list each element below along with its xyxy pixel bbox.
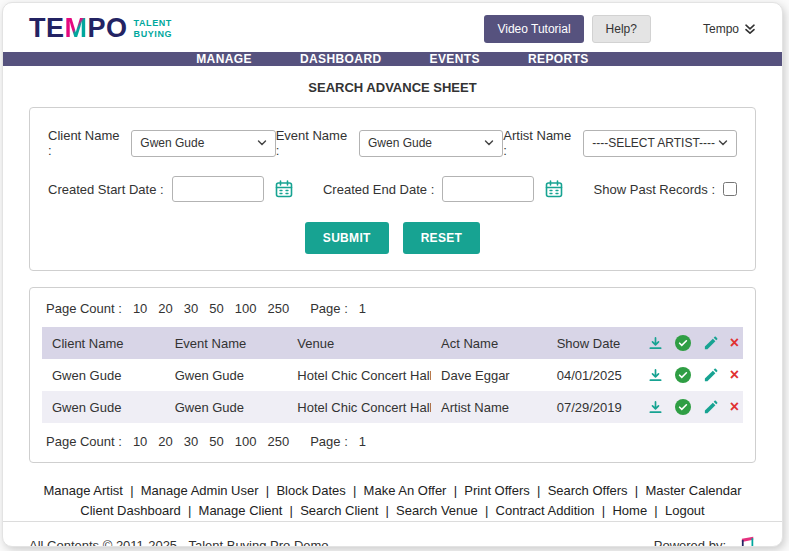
show-past-records-label: Show Past Records : [594,182,715,197]
link-contract-addition[interactable]: Contract Addition [496,503,613,518]
edit-pencil-icon[interactable] [703,400,718,415]
submit-button[interactable]: SUBMIT [305,222,389,254]
cell-venue: Hotel Chic Concert Hall [287,359,431,391]
link-manage-admin-user[interactable]: Manage Admin User [141,483,277,498]
bottom-bar: All Contents © 2011-2025 - Talent Buying… [3,521,782,547]
client-name-label: Client Name : [48,128,123,158]
page-count-option-30[interactable]: 30 [184,301,198,316]
cell-client-name: Gwen Gude [42,391,165,423]
artist-name-select[interactable]: ----SELECT ARTIST---- [583,130,737,157]
app-window: TEMPO TALENT BUYING Video Tutorial Help?… [2,2,783,547]
cell-act-name: Artist Name [431,391,547,423]
cell-event-name: Gwen Gude [165,359,288,391]
artist-name-label: Artist Name : [503,128,575,158]
link-make-an-offer[interactable]: Make An Offer [364,483,465,498]
link-print-offers[interactable]: Print Offers [464,483,547,498]
link-logout[interactable]: Logout [665,503,705,518]
nav-item-dashboard[interactable]: DASHBOARD [300,52,382,66]
page-count-option-250[interactable]: 250 [267,301,289,316]
help-button[interactable]: Help? [592,15,651,43]
table-row: Gwen Gude Gwen Gude Hotel Chic Concert H… [42,359,743,391]
powered-by-label: Powered by: [654,538,726,547]
tempo-logo[interactable]: TEMPO TALENT BUYING [29,13,172,44]
event-name-select[interactable]: Gwen Gude [359,130,503,157]
delete-x-icon: × [730,335,739,351]
current-page[interactable]: 1 [359,301,366,316]
logo-text: TEMPO [29,13,128,44]
table-header-row: Client Name Event Name Venue Act Name Sh… [42,327,743,359]
col-venue: Venue [287,327,431,359]
edit-pencil-icon [703,336,718,351]
chevron-down-icon [484,138,494,148]
cell-client-name: Gwen Gude [42,359,165,391]
cell-venue: Hotel Chic Concert Hall [287,391,431,423]
client-name-select[interactable]: Gwen Gude [131,130,275,157]
footer-links: Manage ArtistManage Admin UserBlock Date… [3,481,782,521]
cell-event-name: Gwen Gude [165,391,288,423]
edit-pencil-icon[interactable] [703,368,718,383]
download-icon [648,336,663,351]
logo-tagline: TALENT BUYING [134,18,173,39]
show-past-records-checkbox[interactable] [723,182,737,196]
page-label: Page : [310,301,348,316]
nav-item-events[interactable]: EVENTS [430,52,480,66]
video-tutorial-button[interactable]: Video Tutorial [484,15,583,43]
created-start-date-label: Created Start Date : [48,182,164,197]
account-label: Tempo [703,22,739,36]
cell-act-name: Dave Eggar [431,359,547,391]
chevron-down-icon [718,138,728,148]
link-manage-client[interactable]: Manage Client [199,503,301,518]
link-search-client[interactable]: Search Client [300,503,396,518]
link-client-dashboard[interactable]: Client Dashboard [80,503,198,518]
col-event-name: Event Name [165,327,288,359]
status-circle-icon[interactable] [675,367,691,383]
col-show-date: Show Date [547,327,638,359]
chevron-down-icon [257,138,267,148]
search-form: Client Name : Gwen Gude Event Name : Gwe… [29,107,756,271]
page-count-label: Page Count : [46,434,122,449]
cell-show-date: 04/01/2025 [547,359,638,391]
nav-item-reports[interactable]: REPORTS [528,52,589,66]
link-search-venue[interactable]: Search Venue [396,503,496,518]
page-count-option-100[interactable]: 100 [235,301,257,316]
page-count-option-10[interactable]: 10 [133,301,147,316]
page-count-option-20[interactable]: 20 [158,301,172,316]
page-count-option-30[interactable]: 30 [184,434,198,449]
reset-button[interactable]: RESET [403,222,481,254]
current-page[interactable]: 1 [359,434,366,449]
page-count-option-50[interactable]: 50 [209,301,223,316]
delete-x-icon[interactable]: × [730,399,739,415]
link-search-offers[interactable]: Search Offers [548,483,646,498]
page-count-option-50[interactable]: 50 [209,434,223,449]
link-master-calendar[interactable]: Master Calendar [645,483,741,498]
page-count-option-20[interactable]: 20 [158,434,172,449]
delete-x-icon[interactable]: × [730,367,739,383]
link-home[interactable]: Home [612,503,665,518]
link-block-dates[interactable]: Block Dates [276,483,363,498]
created-end-date-input[interactable] [442,176,534,202]
cell-show-date: 07/29/2019 [547,391,638,423]
music-note-logo-icon [734,534,756,547]
calendar-icon[interactable] [274,179,294,199]
page-count-label: Page Count : [46,301,122,316]
account-menu[interactable]: Tempo [703,22,756,36]
download-icon[interactable] [648,368,663,383]
header: TEMPO TALENT BUYING Video Tutorial Help?… [3,3,782,52]
nav-item-manage[interactable]: MANAGE [196,52,252,66]
page-count-option-100[interactable]: 100 [235,434,257,449]
download-icon[interactable] [648,400,663,415]
created-start-date-input[interactable] [172,176,264,202]
page-label: Page : [310,434,348,449]
double-chevron-down-icon [744,23,756,35]
link-manage-artist[interactable]: Manage Artist [43,483,140,498]
calendar-icon[interactable] [544,179,564,199]
status-circle-icon[interactable] [675,399,691,415]
created-end-date-label: Created End Date : [323,182,434,197]
page-count-option-10[interactable]: 10 [133,434,147,449]
page-count-option-250[interactable]: 250 [267,434,289,449]
copyright-text: All Contents © 2011-2025 - Talent Buying… [29,538,329,547]
logo-m-mark: M [65,13,88,43]
results-table: Client Name Event Name Venue Act Name Sh… [42,327,743,423]
status-circle-icon [675,335,691,351]
main-nav: MANAGE DASHBOARD EVENTS REPORTS [3,52,782,66]
